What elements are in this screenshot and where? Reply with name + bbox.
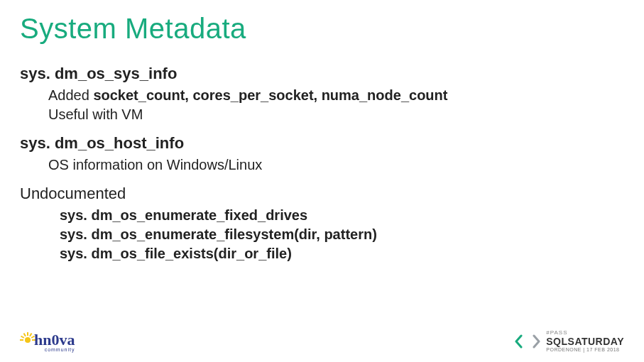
event-date-label: PORDENONE | 17 FEB 2018 [546,347,624,352]
section-heading-undocumented: Undocumented [20,185,624,203]
sqlsaturday-label: SQLSATURDAY [546,336,624,346]
arrows-icon [515,334,540,349]
section-heading-sys-info: sys. dm_os_sys_info [20,65,624,83]
footer: hn0va community #PASS SQLSATURDAY PORDEN… [20,330,624,352]
bold-line: sys. dm_os_file_exists(dir_or_file) [60,244,624,263]
pass-label: #PASS [546,330,624,336]
slide-title: System Metadata [20,13,624,45]
section-heading-host-info: sys. dm_os_host_info [20,134,624,153]
text-bold-columns: socket_count, cores_per_socket, numa_nod… [93,87,447,103]
sqlsaturday-logo: #PASS SQLSATURDAY PORDENONE | 17 FEB 201… [515,330,624,352]
inn0va-logo: hn0va community [20,331,75,352]
sun-icon [20,332,36,348]
body-line: Added socket_count, cores_per_socket, nu… [48,86,624,105]
inn0va-text: hn0va [34,331,75,349]
bold-line: sys. dm_os_enumerate_filesystem(dir, pat… [60,225,624,244]
bold-line: sys. dm_os_enumerate_fixed_drives [60,206,624,225]
body-line: OS information on Windows/Linux [48,155,624,175]
text-prefix: Added [48,87,93,103]
body-line: Useful with VM [48,105,624,124]
